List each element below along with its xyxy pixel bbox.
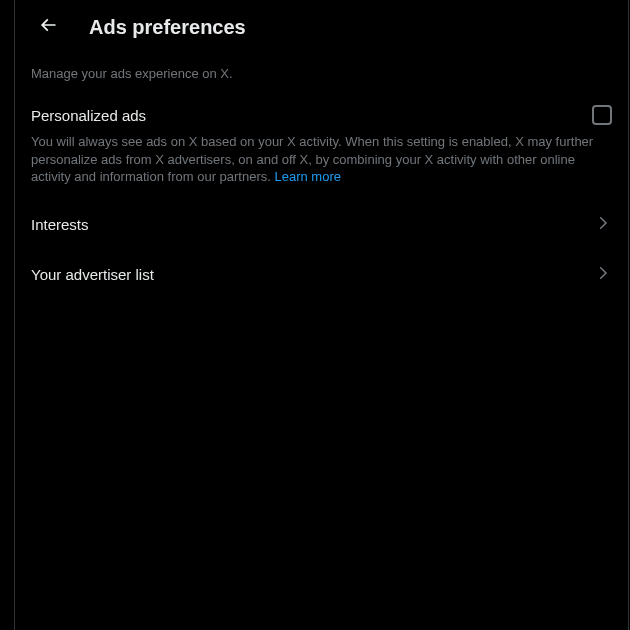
chevron-right-icon xyxy=(594,264,612,286)
learn-more-link[interactable]: Learn more xyxy=(275,169,341,184)
chevron-right-icon xyxy=(594,214,612,236)
settings-panel: Ads preferences Manage your ads experien… xyxy=(14,0,629,630)
advertiser-list-row[interactable]: Your advertiser list xyxy=(15,250,628,300)
interests-label: Interests xyxy=(31,216,89,233)
page-title: Ads preferences xyxy=(89,16,246,39)
arrow-left-icon xyxy=(38,15,58,39)
setting-row-header: Personalized ads xyxy=(31,105,612,125)
personalized-ads-checkbox[interactable] xyxy=(592,105,612,125)
back-button[interactable] xyxy=(31,10,65,44)
advertiser-list-label: Your advertiser list xyxy=(31,266,154,283)
personalized-ads-label: Personalized ads xyxy=(31,107,146,124)
personalized-ads-setting: Personalized ads xyxy=(15,93,628,129)
interests-row[interactable]: Interests xyxy=(15,200,628,250)
header: Ads preferences xyxy=(15,0,628,54)
personalized-ads-description: You will always see ads on X based on yo… xyxy=(15,129,628,200)
page-subheading: Manage your ads experience on X. xyxy=(15,54,628,93)
